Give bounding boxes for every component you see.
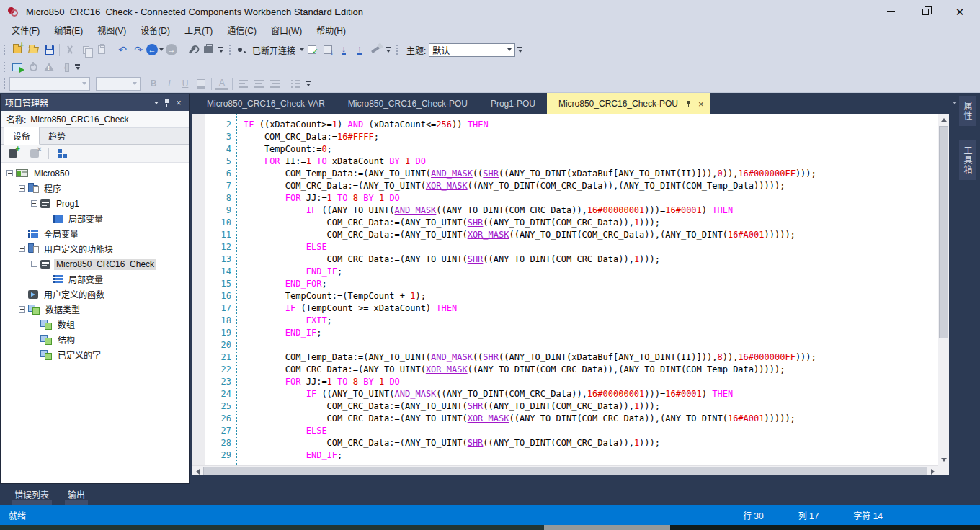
horizontal-scrollbar[interactable]: [192, 465, 938, 475]
pin-tab-icon[interactable]: [685, 99, 692, 109]
connection-status-label[interactable]: 已断开连接: [252, 44, 295, 56]
document-tab-1[interactable]: Micro850_CRC16_Check-POU: [337, 93, 479, 114]
document-tab-2[interactable]: Prog1-POU: [479, 93, 547, 114]
navigate-forward-button[interactable]: →: [164, 42, 179, 58]
font-size-select[interactable]: [96, 77, 141, 91]
paste-button[interactable]: [94, 42, 110, 58]
tree-expander[interactable]: [6, 170, 13, 176]
device-download-button[interactable]: [320, 42, 336, 58]
toolbar-grip[interactable]: [228, 44, 232, 55]
tree-item[interactable]: 局部变量: [1, 211, 189, 226]
horizontal-scrollbar-thumb[interactable]: [203, 467, 927, 475]
align-center-button[interactable]: [251, 76, 267, 91]
redo-button[interactable]: ↷: [130, 42, 146, 58]
panel-close-button[interactable]: ×: [173, 98, 184, 108]
project-panel-tab-0[interactable]: 设备: [4, 127, 40, 145]
scroll-up-icon[interactable]: [941, 118, 947, 122]
italic-button[interactable]: I: [161, 76, 177, 91]
tree-item[interactable]: Prog1: [1, 196, 189, 211]
diagnostics-button[interactable]: [41, 59, 57, 75]
build-button[interactable]: [200, 42, 216, 58]
tree-item[interactable]: 结构: [1, 332, 189, 347]
document-list-dropdown[interactable]: [953, 102, 957, 104]
verify-button[interactable]: [368, 42, 383, 58]
bullet-list-button[interactable]: [288, 76, 303, 91]
tree-item[interactable]: 用户定义的功能块: [1, 241, 189, 256]
menu-item-2[interactable]: 视图(V): [90, 23, 133, 40]
tree-expander[interactable]: [19, 185, 25, 192]
highlight-button[interactable]: [193, 76, 209, 91]
menu-item-5[interactable]: 通信(C): [220, 23, 264, 40]
font-family-select[interactable]: [9, 77, 90, 91]
toolbar-overflow-button[interactable]: [386, 47, 391, 53]
scroll-left-icon[interactable]: [196, 469, 200, 475]
cut-button[interactable]: [62, 42, 78, 58]
align-left-button[interactable]: [235, 76, 251, 91]
add-item-button[interactable]: [5, 145, 21, 161]
new-project-button[interactable]: [9, 42, 25, 58]
scroll-down-icon[interactable]: [941, 458, 947, 462]
tree-expander[interactable]: [19, 246, 25, 252]
toolbar-grip[interactable]: [3, 61, 6, 73]
menu-item-4[interactable]: 工具(T): [177, 23, 220, 40]
code-editor[interactable]: 2345678910111213141516171819202122232425…: [192, 114, 949, 475]
bottom-panel-tab-0[interactable]: 错误列表: [7, 484, 56, 505]
toolbar-overflow-button[interactable]: [306, 81, 311, 86]
close-button[interactable]: ✕: [953, 4, 967, 19]
step-button[interactable]: [57, 59, 73, 75]
restore-button[interactable]: [918, 4, 932, 19]
menu-item-7[interactable]: 帮助(H): [309, 23, 353, 40]
open-project-button[interactable]: [25, 42, 41, 58]
menu-item-1[interactable]: 编辑(E): [47, 23, 90, 40]
project-panel-tab-1[interactable]: 趋势: [40, 127, 74, 144]
tree-item[interactable]: 已定义的字: [1, 347, 189, 362]
vertical-scrollbar-thumb[interactable]: [939, 126, 948, 338]
toolbar-grip[interactable]: [3, 44, 6, 55]
upload-button[interactable]: ↑: [352, 42, 368, 58]
device-verify-button[interactable]: [304, 42, 320, 58]
close-tab-icon[interactable]: ×: [698, 99, 704, 109]
theme-select[interactable]: 默认: [429, 43, 515, 57]
side-tab-0[interactable]: 属性: [959, 96, 976, 126]
toolbar-overflow-button[interactable]: [517, 47, 522, 53]
menu-item-0[interactable]: 文件(F): [4, 23, 47, 40]
power-button[interactable]: [25, 59, 41, 75]
tree-item[interactable]: Micro850: [1, 166, 189, 181]
underline-button[interactable]: U: [177, 76, 193, 91]
toolbar-overflow-button[interactable]: [218, 47, 223, 53]
bottom-panel-tab-1[interactable]: 输出: [61, 484, 92, 505]
navigate-back-button[interactable]: ←: [146, 42, 164, 58]
menu-item-3[interactable]: 设备(D): [133, 23, 177, 40]
side-tab-1[interactable]: 工具箱: [959, 140, 976, 180]
tree-item[interactable]: 全局变量: [1, 226, 189, 241]
organize-button[interactable]: [55, 145, 71, 161]
code-text-area[interactable]: IF ((xDataCount>=1) AND (xDataCount<=256…: [237, 114, 938, 465]
vertical-scrollbar[interactable]: [938, 114, 949, 465]
remove-item-button[interactable]: [27, 145, 43, 161]
settings-button[interactable]: [184, 42, 200, 58]
save-button[interactable]: [41, 42, 57, 58]
tree-item[interactable]: 数组: [1, 317, 189, 332]
panel-pin-button[interactable]: [161, 98, 173, 108]
copy-button[interactable]: [78, 42, 94, 58]
font-color-button[interactable]: A: [214, 76, 230, 91]
scroll-right-icon[interactable]: [931, 469, 935, 475]
toolbar-overflow-button[interactable]: [75, 64, 80, 70]
tree-expander[interactable]: [31, 261, 37, 267]
document-tab-0[interactable]: Micro850_CRC16_Check-VAR: [195, 93, 337, 114]
tree-expander[interactable]: [31, 200, 37, 207]
toolbar-grip[interactable]: [3, 78, 6, 89]
tree-item[interactable]: Micro850_CRC16_Check: [1, 256, 189, 271]
toolbar-grip[interactable]: [396, 44, 399, 55]
taskbar-item[interactable]: [544, 525, 670, 530]
breakpoint-margin[interactable]: [192, 114, 205, 465]
panel-dropdown-button[interactable]: [150, 98, 161, 108]
tree-item[interactable]: 程序: [1, 181, 189, 196]
download-button[interactable]: ↓: [336, 42, 352, 58]
run-monitor-button[interactable]: [9, 59, 25, 75]
bold-button[interactable]: B: [146, 76, 161, 91]
tree-item[interactable]: 局部变量: [1, 271, 189, 287]
tree-item[interactable]: 数据类型: [1, 302, 189, 317]
tree-expander[interactable]: [19, 306, 25, 313]
tree-item[interactable]: 用户定义的函数: [1, 287, 189, 302]
